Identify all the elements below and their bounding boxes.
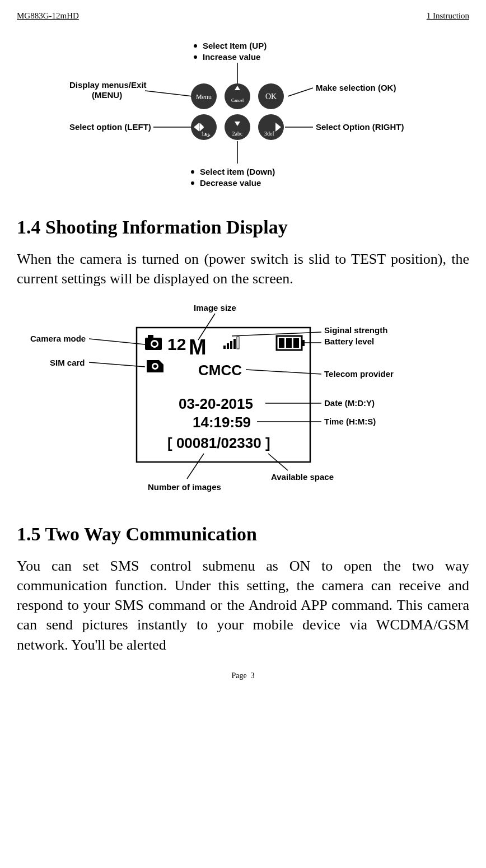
svg-rect-34 (279, 338, 284, 348)
svg-text:2abc: 2abc (232, 130, 243, 137)
telecom-provider-value: CMCC (198, 362, 242, 379)
section-1-4-para: When the camera is turned on (power swit… (17, 249, 469, 288)
svg-rect-30 (237, 337, 239, 349)
date-label: Date (M:D:Y) (324, 398, 375, 408)
svg-text:3def: 3def (264, 130, 274, 137)
image-size-value: 12 (167, 335, 186, 353)
select-item-down-label: Select item (Down) (200, 167, 275, 176)
time-value: 14:19:59 (193, 414, 251, 431)
svg-text:1ﻮﻫ: 1ﻮﻫ (202, 130, 211, 137)
svg-point-40 (153, 365, 157, 368)
select-option-left-label: Select option (LEFT) (69, 122, 151, 132)
svg-line-44 (187, 454, 204, 479)
sim-card-label: SIM card (50, 358, 85, 367)
telecom-provider-label: Telecom provider (324, 369, 394, 379)
menu-button: Menu (196, 93, 212, 101)
ok-button: OK (265, 92, 277, 101)
display-menus-label-1: Display menus/Exit (69, 80, 147, 90)
header-left: MG883G-12mHD (17, 11, 79, 21)
svg-point-17 (191, 170, 194, 174)
time-label: Time (H:M:S) (324, 417, 376, 426)
navigation-diagram: Select Item (UP) Increase value Display … (17, 32, 469, 200)
svg-rect-27 (227, 343, 229, 349)
image-size-unit: M (189, 335, 207, 359)
svg-point-25 (152, 342, 157, 346)
svg-rect-23 (148, 335, 153, 338)
signal-strength-label: Siginal strength (324, 325, 387, 335)
svg-rect-33 (302, 340, 305, 346)
image-size-label: Image size (194, 303, 236, 312)
section-1-5-heading: 1.5 Two Way Communication (17, 524, 469, 545)
section-1-4-heading: 1.4 Shooting Information Display (17, 217, 469, 238)
camera-mode-label: Camera mode (30, 334, 86, 343)
svg-point-0 (194, 44, 197, 48)
header-right: 1 Instruction (427, 11, 469, 21)
svg-rect-35 (286, 338, 292, 348)
available-space-label: Available space (271, 472, 334, 482)
page-footer: Page 3 (17, 671, 469, 680)
make-selection-label: Make selection (OK) (316, 83, 396, 92)
svg-rect-28 (230, 341, 232, 349)
footer-page-label: Page (231, 671, 246, 680)
counter-value: [ 00081/02330 ] (167, 435, 270, 451)
svg-line-4 (288, 88, 313, 96)
battery-level-label: Battery level (324, 337, 374, 346)
svg-rect-36 (293, 338, 299, 348)
section-1-5-para: You can set SMS control submenu as ON to… (17, 556, 469, 654)
display-diagram: Image size Camera mode 12 M Siginal stre… (17, 300, 469, 507)
select-item-up-label: Select Item (UP) (203, 41, 267, 50)
increase-value-label: Increase value (203, 52, 260, 62)
decrease-value-label: Decrease value (200, 178, 261, 188)
display-menus-label-2: (MENU) (92, 90, 122, 100)
svg-line-3 (145, 91, 193, 96)
footer-page-num: 3 (251, 671, 255, 680)
select-option-right-label: Select Option (RIGHT) (316, 122, 404, 132)
number-images-label: Number of images (148, 482, 221, 492)
svg-point-1 (194, 55, 197, 59)
svg-rect-26 (223, 346, 226, 349)
svg-rect-29 (233, 339, 236, 349)
cancel-button: Cancel (231, 98, 244, 103)
svg-point-18 (191, 181, 194, 185)
page-header: MG883G-12mHD 1 Instruction (17, 11, 469, 21)
date-value: 03-20-2015 (179, 395, 253, 412)
